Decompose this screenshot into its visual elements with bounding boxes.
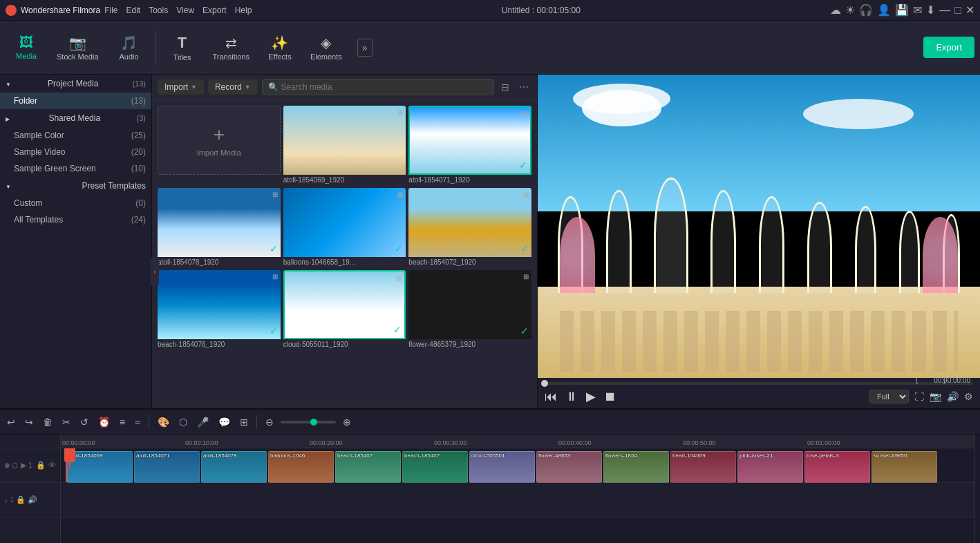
tl-clip-3[interactable]: atoll-1854078: [201, 451, 267, 483]
media-item-8[interactable]: ⊞ ✓ flower-4865379_1920: [408, 270, 531, 350]
split-button[interactable]: ✂: [59, 415, 73, 429]
tl-clip-11[interactable]: pink-roses-21: [737, 451, 803, 483]
skip-forward-button[interactable]: ▶: [586, 389, 596, 404]
menu-export[interactable]: Export: [202, 6, 227, 15]
media-item-6[interactable]: ⊞ ✓ beach-1854076_1920: [158, 270, 281, 350]
timeline-tracks-right[interactable]: 00:00:00:00 00:00:10:00 00:00:20:00 00:0…: [61, 435, 974, 543]
download-icon[interactable]: ⬇: [926, 3, 935, 17]
toolbar-elements[interactable]: ◈ Elements: [303, 32, 349, 64]
headphone-icon[interactable]: 🎧: [859, 3, 873, 17]
visibility-icon-1[interactable]: 👁: [48, 461, 56, 470]
grid-options-button[interactable]: ⋯: [516, 82, 531, 93]
tl-clip-4[interactable]: balloons-1046: [268, 451, 334, 483]
toolbar-audio[interactable]: 🎵 Audio: [109, 32, 150, 64]
menu-file[interactable]: File: [104, 6, 117, 15]
timeline-scrollbar[interactable]: [974, 435, 980, 543]
minimize-btn[interactable]: —: [939, 4, 950, 17]
sidebar-item-sample-video[interactable]: Sample Video (20): [0, 144, 151, 160]
progress-bar[interactable]: { } 00:00:00:00: [545, 382, 973, 385]
skip-back-button[interactable]: ⏮: [545, 390, 557, 404]
delete-button[interactable]: 🗑: [40, 415, 55, 429]
redo-button[interactable]: ↪: [22, 415, 36, 429]
toolbar-transitions[interactable]: ⇄ Transitions: [206, 32, 256, 64]
timeline-playhead[interactable]: [66, 448, 67, 482]
mask-button[interactable]: ⬡: [176, 415, 190, 429]
sidebar-header-shared-media[interactable]: Shared Media (3): [0, 109, 151, 127]
record-button[interactable]: Record ▼: [208, 79, 258, 95]
subtitles-button[interactable]: 💬: [216, 415, 233, 429]
sidebar-item-folder[interactable]: Folder (13): [0, 93, 151, 109]
import-placeholder[interactable]: + Import Media: [158, 106, 281, 175]
tl-clip-10[interactable]: heart-104669: [670, 451, 736, 483]
color-button[interactable]: 🎨: [155, 415, 172, 429]
video-track-row[interactable]: atoll-1854069 atoll-1854071 atoll-185407…: [61, 448, 974, 483]
toolbar-media[interactable]: 🖼 Media: [6, 32, 47, 63]
sun-icon[interactable]: ☀: [845, 3, 855, 17]
zoom-out-button[interactable]: ⊖: [263, 415, 276, 429]
zoom-select[interactable]: Full 50% 25%: [869, 390, 909, 403]
sidebar-item-custom[interactable]: Custom (0): [0, 195, 151, 211]
restore-btn[interactable]: □: [954, 4, 961, 17]
toolbar-stock-media[interactable]: 📷 Stock Media: [50, 32, 106, 64]
crop-button[interactable]: ↺: [77, 415, 91, 429]
media-item-3[interactable]: ⊞ ✓ atoll-1854078_1920: [158, 188, 281, 267]
menu-help[interactable]: Help: [235, 6, 252, 15]
undo-button[interactable]: ↩: [4, 415, 18, 429]
sidebar-item-all-templates[interactable]: All Templates (24): [0, 211, 151, 228]
media-item-7[interactable]: ⊞ ✓ cloud-5055011_1920: [283, 270, 406, 350]
export-track-icon[interactable]: ⬡: [12, 461, 18, 469]
zoom-handle[interactable]: [310, 419, 317, 426]
volume-icon[interactable]: 🔊: [947, 391, 959, 402]
add-track-icon[interactable]: ⊕: [4, 461, 10, 469]
mosaic-button[interactable]: ⊞: [237, 415, 251, 429]
mail-icon[interactable]: ✉: [913, 3, 922, 17]
sidebar-item-sample-color[interactable]: Sample Color (25): [0, 127, 151, 144]
tl-clip-13[interactable]: sunset-69850: [871, 451, 937, 483]
import-button[interactable]: Import ▼: [158, 79, 204, 95]
more-toolbar-btn[interactable]: »: [357, 39, 373, 57]
sidebar-collapse-btn[interactable]: ‹: [151, 258, 152, 285]
tl-clip-5[interactable]: beach-185407: [335, 451, 401, 483]
volume-icon-audio[interactable]: 🔊: [28, 495, 37, 504]
menu-tools[interactable]: Tools: [149, 6, 168, 15]
settings-icon[interactable]: ⚙: [964, 391, 973, 402]
search-input[interactable]: [281, 82, 488, 92]
progress-handle[interactable]: [541, 380, 548, 387]
sidebar-item-sample-green[interactable]: Sample Green Screen (10): [0, 160, 151, 177]
toolbar-effects[interactable]: ✨ Effects: [259, 32, 301, 64]
stop-button[interactable]: ⏹: [604, 390, 616, 404]
lock-icon-audio[interactable]: 🔒: [16, 495, 26, 504]
close-btn[interactable]: ✕: [965, 3, 974, 17]
fullscreen-icon[interactable]: ⛶: [914, 391, 924, 402]
adjust-button[interactable]: ≡: [117, 415, 128, 429]
lock-icon-1[interactable]: 🔒: [36, 461, 46, 470]
cloud-icon[interactable]: ☁: [830, 3, 841, 17]
speed-button[interactable]: ⏰: [95, 415, 113, 429]
tl-clip-6[interactable]: beach-185407: [402, 451, 468, 483]
tl-clip-12[interactable]: rose-petals-3: [804, 451, 870, 483]
sidebar-header-preset-templates[interactable]: Preset Templates: [0, 177, 151, 195]
toolbar-titles[interactable]: T Titles: [162, 31, 203, 64]
export-button[interactable]: Export: [923, 37, 974, 58]
menu-view[interactable]: View: [176, 6, 194, 15]
zoom-in-button[interactable]: ⊕: [340, 415, 354, 429]
media-item-1[interactable]: ⊞ atoll-1854069_1920: [283, 106, 406, 185]
media-item-2[interactable]: ⊞ ✓ atoll-1854071_1920: [408, 106, 531, 185]
play-pause-button[interactable]: ⏸: [565, 390, 578, 404]
zoom-slider[interactable]: [281, 421, 336, 423]
audio-button[interactable]: ≈: [132, 415, 143, 429]
sidebar-header-project-media[interactable]: Project Media (13): [0, 75, 151, 93]
tl-clip-2[interactable]: atoll-1854071: [134, 451, 200, 483]
user-icon[interactable]: 👤: [877, 3, 891, 17]
menu-edit[interactable]: Edit: [126, 6, 141, 15]
tl-clip-7[interactable]: cloud-505501: [469, 451, 535, 483]
voiceover-button[interactable]: 🎤: [194, 415, 211, 429]
tl-clip-1[interactable]: atoll-1854069: [67, 451, 133, 483]
media-item-4[interactable]: ⊞ ✓ balloons-1046658_19...: [283, 188, 406, 267]
filter-button[interactable]: ⊟: [498, 82, 512, 93]
save-icon[interactable]: 💾: [895, 3, 909, 17]
tl-clip-9[interactable]: flowers-1854: [603, 451, 669, 483]
media-item-5[interactable]: ⊞ ✓ beach-1854072_1920: [408, 188, 531, 267]
tl-clip-8[interactable]: flower-48653: [536, 451, 602, 483]
screenshot-icon[interactable]: 📷: [930, 391, 941, 402]
